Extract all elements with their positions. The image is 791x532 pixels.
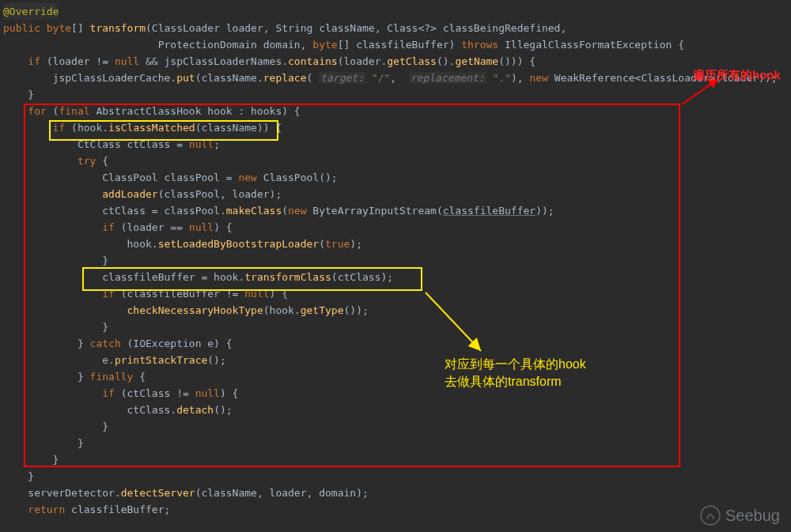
annotation-yellow-text: 对应到每一个具体的hook 去做具体的transform [445,356,586,391]
code-line: } [3,418,791,435]
code-line: @Override [3,3,791,20]
code-line: CtClass ctClass = null; [3,136,791,153]
code-line: if (ctClass != null) { [3,385,791,402]
code-line: serverDetector.detectServer(className, l… [3,485,791,501]
code-line: if (loader == null) { [3,219,791,236]
seebug-logo-icon [700,505,721,526]
code-line: return classfileBuffer; [3,501,791,518]
code-line: } finally { [3,368,791,385]
svg-point-2 [701,506,720,525]
code-line: addLoader(classPool, loader); [3,186,791,202]
code-line: if (loader != null && jspClassLoaderName… [3,53,791,70]
watermark: Seebug [700,505,780,526]
code-line: ctClass = classPool.makeClass(new ByteAr… [3,202,791,219]
code-line: } [3,319,791,335]
code-line: for (final AbstractClassHook hook : hook… [3,103,791,119]
code-line: jspClassLoaderCache.put(className.replac… [3,70,791,86]
code-line: classfileBuffer = hook.transformClass(ct… [3,269,791,285]
code-line: if (hook.isClassMatched(className)) { [3,119,791,136]
code-line: } [3,435,791,451]
annotation-red-text: 遍历所有的hook [693,66,781,83]
code-line: } catch (IOException e) { [3,335,791,352]
code-line: e.printStackTrace(); [3,352,791,368]
code-line: if (classfileBuffer != null) { [3,285,791,302]
code-line: ClassPool classPool = new ClassPool(); [3,169,791,186]
code-line: ProtectionDomain domain, byte[] classfil… [3,36,791,53]
code-line: hook.setLoadedByBootstrapLoader(true); [3,236,791,252]
code-line: } [3,252,791,269]
code-line: } [3,451,791,468]
code-line: checkNecessaryHookType(hook.getType()); [3,302,791,319]
code-line: } [3,468,791,485]
code-line: } [3,86,791,103]
code-line: ctClass.detach(); [3,402,791,418]
code-line: public byte[] transform(ClassLoader load… [3,20,791,36]
code-line: try { [3,153,791,169]
